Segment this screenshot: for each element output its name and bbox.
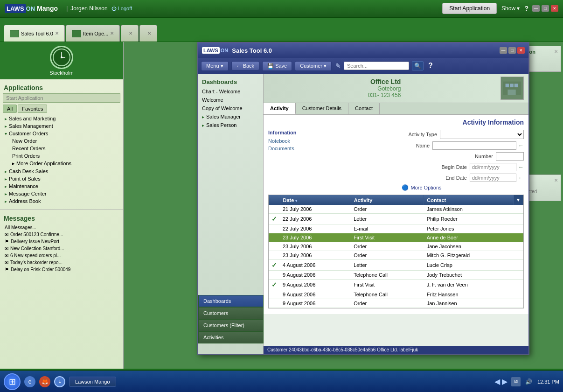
activities-nav-btn[interactable]: Activities [198,331,264,343]
sidebar-item-recent-orders[interactable]: Recent Orders [10,145,120,152]
message-2[interactable]: ⚑ Delivery Issue NewPort [3,238,120,245]
tab-close-btn4[interactable]: ✕ [147,31,151,36]
panel-close-btn[interactable]: ✕ [554,49,558,54]
back-btn[interactable]: ← Back [231,61,260,70]
search-input[interactable] [344,62,409,70]
leftnav-sales-manager[interactable]: ▸ Sales Manager [198,112,263,121]
tab-sales-tool[interactable]: Sales Tool 6.0 ✕ [4,25,65,42]
tab-close-btn[interactable]: ✕ [55,31,59,36]
end-date-arrow-icon[interactable]: ← [518,175,524,181]
show-btn[interactable]: Show ▾ [501,5,520,12]
table-row[interactable]: ✓ 22 July 2006 Letter Philip Roeder [269,214,523,224]
sidebar-item-more-orders[interactable]: ▸ More Order Applications [10,160,120,168]
customers-nav-btn[interactable]: Customers [198,307,264,319]
message-3[interactable]: ✉ New Collection Stanford... [3,245,120,252]
leftnav-chart-welcome[interactable]: Chart - Welcome [198,87,263,96]
sidebar-item-address-book[interactable]: ▸ Address Book [3,197,120,205]
tab-customer-details[interactable]: Customer Details [296,103,348,114]
table-row-selected[interactable]: 23 July 2006 First Visit Anne de Boer [269,233,523,242]
taskbar-fwd-icon[interactable]: ▶ [502,377,507,386]
tab-close-btn2[interactable]: ✕ [110,31,114,36]
tab-close-btn3[interactable]: ✕ [129,31,132,36]
sidebar-item-customer-orders[interactable]: ▾ Customer Orders [3,130,120,137]
tab-4[interactable]: ✕ [139,25,157,42]
number-input[interactable] [496,152,524,161]
table-row[interactable]: ✓ 4 August 2006 Letter Lucie Crisp [269,260,523,271]
win-maximize-btn[interactable]: □ [542,5,549,12]
start-app-input[interactable] [3,93,120,103]
name-input[interactable] [432,141,516,150]
firefox-icon[interactable]: 🦊 [39,376,50,387]
taskbar-monitor-icon[interactable]: 🖥 [511,377,521,386]
taskbar-app-btn[interactable]: Lawson Mango [69,377,116,387]
message-4[interactable]: ✉ 6 New speed orders pl... [3,252,120,259]
begin-date-input[interactable] [470,163,516,171]
all-btn[interactable]: All [3,105,17,113]
help-icon[interactable]: ? [524,5,528,12]
table-row[interactable]: 9 August 2006 Telephone Call Jody Trebuc… [269,271,523,280]
menu-btn[interactable]: Menu ▾ [201,61,229,71]
begin-date-arrow-icon[interactable]: ← [518,164,524,170]
modal-close-btn[interactable]: ✕ [517,47,525,54]
number-label: Number [456,154,493,159]
save-btn[interactable]: 💾 Save [262,61,292,71]
sidebar-item-message-center[interactable]: ▸ Message Center [3,190,120,197]
taskbar-volume-icon[interactable]: 🔊 [524,377,534,386]
tab-activity[interactable]: Activity [264,103,296,114]
win-close-btn[interactable]: ✕ [551,5,558,12]
tab-contact[interactable]: Contact [348,103,380,114]
table-row[interactable]: 9 August 2006 Telephone Call Fritz Hanss… [269,290,523,299]
sidebar-item-print-orders[interactable]: Print Orders [10,152,120,160]
col-date[interactable]: Date ▾ [280,195,351,205]
end-date-input[interactable] [470,174,516,182]
customer-btn[interactable]: Customer ▾ [295,61,332,71]
start-application-button[interactable]: Start Application [442,3,497,14]
customers-filter-nav-btn[interactable]: Customers (Filter) [198,319,264,331]
logoff-btn[interactable]: ⏻ Logoff [111,6,132,11]
modal-help-icon[interactable]: ? [428,62,433,70]
pen-icon[interactable]: ✎ [335,62,341,70]
lawson-icon[interactable]: L [54,376,65,387]
modal-minimize-btn[interactable]: — [500,47,507,54]
favorites-btn[interactable]: Favorites [18,105,47,113]
tab-3[interactable]: ✕ [121,25,139,42]
notebook-link[interactable]: Notebook [268,137,310,145]
sidebar-item-pos[interactable]: ▸ Point of Sales [3,175,120,182]
win-minimize-btn[interactable]: — [532,5,540,12]
name-arrow-icon[interactable]: ← [518,142,524,149]
taskbar-back-icon[interactable]: ◀ [494,377,500,386]
sidebar-item-sales-management[interactable]: ▸ Sales Management [3,122,120,130]
more-options-btn[interactable]: 🔵 More Options [320,184,524,191]
cell-contact: Mitch G. Fitzgerald [424,251,514,260]
search-btn[interactable]: 🔍 [412,61,424,70]
all-messages-link[interactable]: All Messages... [3,224,120,231]
message-5[interactable]: ✉ Today's backorder repo... [3,259,120,266]
table-row[interactable]: 22 July 2006 E-mail Peter Jones [269,224,523,233]
leftnav-welcome[interactable]: Welcome [198,96,263,104]
top-bar: LAWS ON Mango | Jorgen Nilsson ⏻ Logoff … [0,0,563,18]
calendar-close-btn[interactable]: ✕ [554,178,558,183]
col-activity[interactable]: Activity [351,195,424,205]
message-1[interactable]: ✉ Order 500123 Confirme... [3,231,120,238]
table-row[interactable]: 21 July 2006 Order James Atkinson [269,205,523,214]
sidebar-item-new-order[interactable]: New Order [10,137,120,145]
table-row[interactable]: 23 July 2006 Order Mitch G. Fitzgerald [269,251,523,260]
leftnav-copy-welcome[interactable]: Copy of Welcome [198,104,263,112]
sidebar-item-maintenance[interactable]: ▸ Maintenance [3,182,120,190]
dashboards-nav-btn[interactable]: Dashboards [198,295,264,307]
table-row[interactable]: ✓ 9 August 2006 First Visit J. F. van de… [269,280,523,290]
table-row[interactable]: 23 July 2006 Order Jane Jacobsen [269,242,523,251]
ie-icon[interactable]: e [24,376,35,387]
activity-type-select[interactable] [440,130,524,139]
col-contact[interactable]: Contact [424,195,514,205]
message-6[interactable]: ⚑ Delay on Frisk Order 500049 [3,266,120,273]
tab-item-open[interactable]: Item Ope... ✕ [66,25,120,42]
sidebar-item-sales-marketing[interactable]: ▸ Sales and Marketing [3,115,120,122]
table-row[interactable]: 9 August 2006 Order Jan Jannisen [269,299,523,308]
modal-maximize-btn[interactable]: □ [508,47,516,54]
start-button[interactable]: ⊞ [4,373,21,390]
col-dropdown[interactable]: ▾ [514,195,523,205]
documents-link[interactable]: Documents [268,145,310,152]
leftnav-sales-person[interactable]: ▸ Sales Person [198,121,263,129]
sidebar-item-cash-desk[interactable]: ▸ Cash Desk Sales [3,168,120,175]
